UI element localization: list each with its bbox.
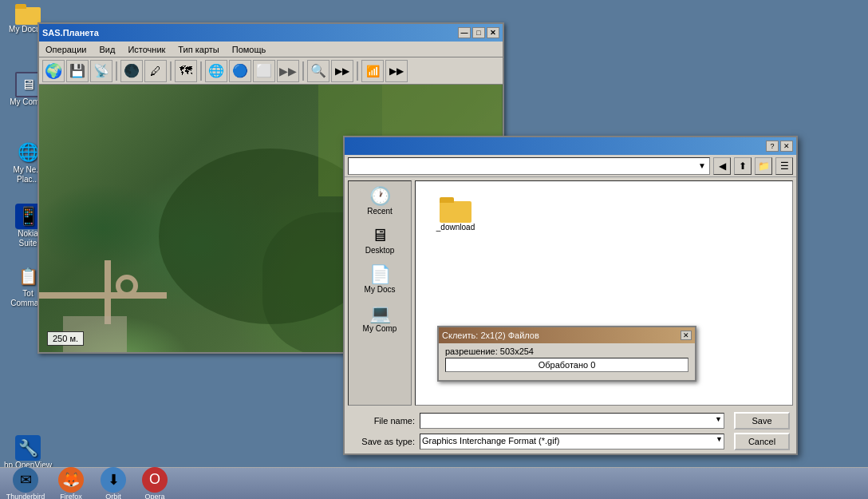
- mydocs-icon: 📄: [369, 264, 391, 285]
- toolbar-btn-2[interactable]: 💾: [66, 60, 89, 82]
- dialog-file-controls: File name: ▼ Save Save as type: Graphics…: [345, 409, 796, 453]
- dialog-close-btn[interactable]: ✕: [780, 141, 793, 152]
- orbit-icon: ⬇: [101, 467, 126, 493]
- dialog-sidebar: 🕐 Recent 🖥 Desktop 📄 My Docs 💻 My Comp: [348, 180, 412, 406]
- dialog-up-btn[interactable]: ⬆: [734, 157, 752, 175]
- merge-resolution-label: разрешение: 503x254: [445, 347, 688, 356]
- dialog-back-btn[interactable]: ◀: [713, 157, 731, 175]
- toolbar-btn-9[interactable]: ⬜: [253, 60, 275, 82]
- firefox-label: Firefox: [60, 493, 82, 500]
- opera-label: Opera: [144, 493, 164, 500]
- sas-maximize-btn[interactable]: □: [472, 27, 485, 38]
- taskbar-icon-thunderbird[interactable]: ✉ Thunderbird: [3, 467, 48, 500]
- dialog-toolbar: ▼ ◀ ⬆ 📁 ☰: [345, 155, 796, 177]
- mycomp-icon: 💻: [369, 303, 391, 324]
- toolbar-sep-3: [200, 61, 202, 81]
- toolbar-sep-4: [302, 61, 304, 81]
- sidebar-item-mycomputer[interactable]: 💻 My Comp: [352, 302, 408, 335]
- merge-progress-bar: Обработано 0: [445, 358, 688, 372]
- road-v1: [105, 260, 111, 324]
- recent-icon: 🕐: [369, 186, 391, 207]
- menu-help[interactable]: Помощь: [229, 43, 270, 56]
- toolbar-btn-1[interactable]: 🌍: [42, 60, 65, 82]
- sas-toolbar: 🌍 💾 📡 🌑 🖊 🗺 🌐 🔵 ⬜ ▶▶ 🔍 ▶▶ 📶 ▶▶: [39, 57, 503, 85]
- merge-dialog: Склеить: 2x1(2) Файлов ✕ разрешение: 503…: [437, 326, 696, 382]
- folder-icon-download: [440, 197, 471, 223]
- menu-view[interactable]: Вид: [96, 43, 118, 56]
- thunderbird-label: Thunderbird: [6, 493, 45, 500]
- toolbar-btn-3[interactable]: 📡: [90, 60, 112, 82]
- sidebar-item-desktop[interactable]: 🖥 Desktop: [352, 224, 408, 256]
- desktop-icon-label: NokiaSuite: [18, 229, 38, 248]
- dialog-location-dropdown-icon: ▼: [698, 161, 706, 170]
- toolbar-btn-gps-more[interactable]: ▶▶: [385, 60, 408, 82]
- merge-titlebar: Склеить: 2x1(2) Файлов ✕: [439, 327, 695, 343]
- desktop-icon-small: 🖥: [371, 225, 389, 246]
- cancel-button[interactable]: Cancel: [734, 433, 790, 450]
- menu-source[interactable]: Источник: [124, 43, 168, 56]
- merge-title: Склеить: 2x1(2) Файлов: [442, 331, 539, 340]
- thunderbird-icon: ✉: [13, 467, 38, 493]
- toolbar-sep-5: [357, 61, 358, 81]
- hpov-icon: 🔧: [15, 435, 41, 461]
- filename-dropdown-icon: ▼: [715, 415, 722, 423]
- dialog-location-bar[interactable]: ▼: [348, 157, 710, 175]
- save-as-type-label: Save as type:: [351, 437, 415, 446]
- taskbar-icon-opera[interactable]: O Opera: [136, 467, 174, 500]
- sas-close-btn[interactable]: ✕: [487, 27, 499, 38]
- save-button[interactable]: Save: [734, 412, 790, 430]
- toolbar-btn-11[interactable]: 🔍: [307, 60, 329, 82]
- dialog-new-folder-btn[interactable]: 📁: [755, 157, 772, 175]
- merge-progress-text: Обработано 0: [539, 360, 596, 370]
- dialog-filename-row: File name: ▼ Save: [351, 412, 790, 430]
- file-name-input-wrapper[interactable]: ▼: [420, 413, 724, 429]
- map-scale: 250 м.: [47, 331, 84, 346]
- toolbar-btn-7[interactable]: 🌐: [205, 60, 227, 82]
- sas-titlebar-buttons: — □ ✕: [458, 27, 499, 38]
- merge-close-btn[interactable]: ✕: [681, 331, 692, 340]
- merge-content: разрешение: 503x254 Обработано 0: [439, 343, 695, 375]
- toolbar-btn-more[interactable]: ▶▶: [331, 60, 353, 82]
- toolbar-sep-2: [170, 61, 172, 81]
- dialog-folder-item-download[interactable]: _download: [432, 197, 479, 232]
- toolbar-btn-10[interactable]: ▶▶: [277, 60, 299, 82]
- file-save-dialog: ? ✕ ▼ ◀ ⬆ 📁 ☰ 🕐 Recent 🖥 Desktop 📄 My Do…: [343, 136, 798, 455]
- taskbar-icon-firefox[interactable]: 🦊 Firefox: [51, 467, 91, 500]
- toolbar-btn-8[interactable]: 🔵: [229, 60, 251, 82]
- toolbar-sep-1: [116, 61, 117, 81]
- save-as-type-wrapper[interactable]: Graphics Interchange Format (*.gif): [420, 434, 724, 449]
- save-as-type-select[interactable]: Graphics Interchange Format (*.gif): [420, 434, 724, 449]
- opera-icon: O: [142, 467, 168, 493]
- dialog-titlebar: ? ✕: [345, 137, 796, 155]
- toolbar-btn-6[interactable]: 🗺: [175, 60, 197, 82]
- roundabout: [116, 275, 138, 297]
- menu-maptype[interactable]: Тип карты: [175, 43, 222, 56]
- toolbar-btn-4[interactable]: 🌑: [120, 60, 143, 82]
- dialog-help-btn[interactable]: ?: [766, 141, 779, 152]
- sas-title: SAS.Планета: [42, 28, 99, 38]
- folder-label-download: _download: [436, 223, 475, 232]
- orbit-label: Orbit: [105, 493, 121, 500]
- toolbar-btn-5[interactable]: 🖊: [144, 60, 167, 82]
- menu-operations[interactable]: Операции: [42, 43, 89, 56]
- file-name-label: File name:: [351, 416, 415, 426]
- road-h1: [39, 292, 167, 299]
- dialog-saveastype-row: Save as type: Graphics Interchange Forma…: [351, 433, 790, 450]
- sas-menubar: Операции Вид Источник Тип карты Помощь: [39, 42, 503, 57]
- file-name-input[interactable]: [420, 414, 724, 428]
- firefox-icon: 🦊: [58, 467, 84, 493]
- sidebar-item-mydocs[interactable]: 📄 My Docs: [352, 263, 408, 295]
- sidebar-item-recent[interactable]: 🕐 Recent: [352, 184, 408, 217]
- toolbar-btn-gps[interactable]: 📶: [361, 60, 384, 82]
- taskbar-icon-orbit[interactable]: ⬇ Orbit: [94, 467, 132, 500]
- sas-minimize-btn[interactable]: —: [458, 27, 471, 38]
- sas-titlebar: SAS.Планета — □ ✕: [39, 24, 503, 42]
- dialog-view-btn[interactable]: ☰: [775, 157, 793, 175]
- taskbar: ✉ Thunderbird 🦊 Firefox ⬇ Orbit O Opera: [0, 467, 868, 499]
